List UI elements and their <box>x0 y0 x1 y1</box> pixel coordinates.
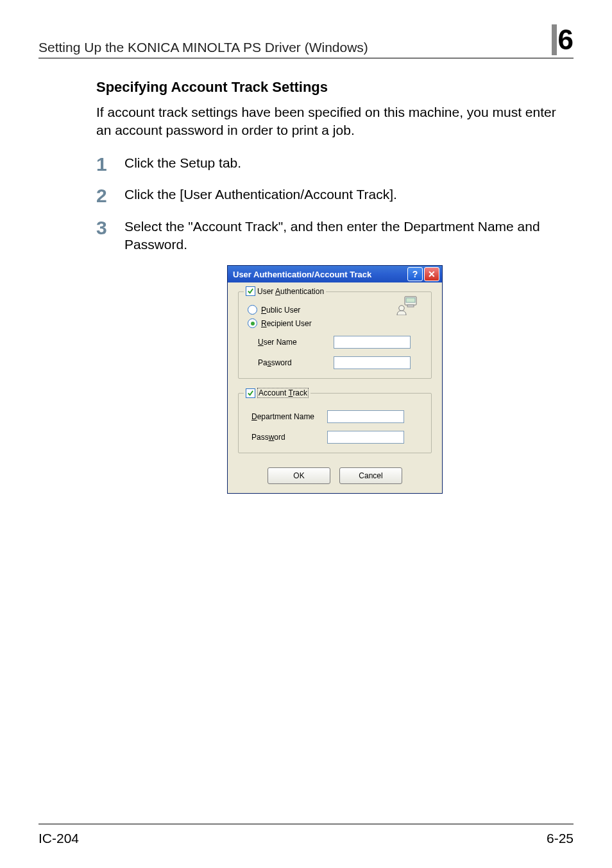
cancel-button[interactable]: Cancel <box>339 467 402 484</box>
user-password-input[interactable] <box>334 356 411 369</box>
step-number: 1 <box>96 154 124 175</box>
running-head: Setting Up the KONICA MINOLTA PS Driver … <box>38 40 552 55</box>
dialog-title: User Authentication/Account Track <box>230 270 406 279</box>
step-text: Click the Setup tab. <box>124 154 241 172</box>
step-2: 2 Click the [User Authentication/Account… <box>96 186 574 206</box>
account-track-label: Account Track <box>257 388 309 398</box>
public-user-label: Public User <box>261 306 300 315</box>
section-heading: Specifying Account Track Settings <box>96 79 574 96</box>
step-number: 3 <box>96 218 124 238</box>
chapter-indicator: 6 <box>552 24 574 55</box>
account-track-checkbox[interactable]: Account Track <box>244 388 310 398</box>
department-name-input[interactable] <box>327 410 404 423</box>
step-text: Select the "Account Track", and then ent… <box>124 218 574 254</box>
step-3: 3 Select the "Account Track", and then e… <box>96 218 574 254</box>
ok-button[interactable]: OK <box>268 467 330 484</box>
step-text: Click the [User Authentication/Account T… <box>124 186 397 204</box>
user-authentication-checkbox[interactable]: User Authentication <box>244 286 326 296</box>
section-intro: If account track settings have been spec… <box>96 103 574 140</box>
user-name-label: User Name <box>246 338 334 347</box>
account-track-group: Account Track Department Name Password <box>238 393 432 453</box>
department-name-label: Department Name <box>246 412 327 421</box>
server-user-icon <box>396 296 418 317</box>
user-password-label: Password <box>246 358 334 367</box>
svg-rect-2 <box>407 305 414 307</box>
chapter-tab-icon <box>552 24 557 55</box>
dialog-titlebar[interactable]: User Authentication/Account Track ? ✕ <box>228 266 442 282</box>
user-name-input[interactable] <box>334 336 411 349</box>
checkbox-icon <box>246 388 255 398</box>
recipient-user-label: Recipient User <box>261 319 312 328</box>
titlebar-close-button[interactable]: ✕ <box>424 267 439 281</box>
recipient-user-radio[interactable]: Recipient User <box>248 318 423 328</box>
radio-icon <box>248 305 257 315</box>
svg-point-3 <box>399 306 404 311</box>
radio-icon <box>248 318 257 328</box>
footer-model: IC-204 <box>38 831 79 846</box>
step-1: 1 Click the Setup tab. <box>96 154 574 175</box>
page-header: Setting Up the KONICA MINOLTA PS Driver … <box>38 24 574 58</box>
svg-rect-1 <box>406 298 415 302</box>
account-password-label: Password <box>246 433 327 442</box>
chapter-number: 6 <box>558 26 574 54</box>
titlebar-help-button[interactable]: ? <box>407 267 423 281</box>
user-auth-account-track-dialog: User Authentication/Account Track ? ✕ Us… <box>227 265 443 494</box>
checkbox-icon <box>246 286 255 296</box>
step-number: 2 <box>96 186 124 206</box>
user-authentication-group: User Authentication Public Use <box>238 291 432 379</box>
page-footer: IC-204 6-25 <box>38 824 574 846</box>
footer-page-number: 6-25 <box>547 831 574 846</box>
account-password-input[interactable] <box>327 431 404 444</box>
user-authentication-label: User Authentication <box>257 287 324 296</box>
